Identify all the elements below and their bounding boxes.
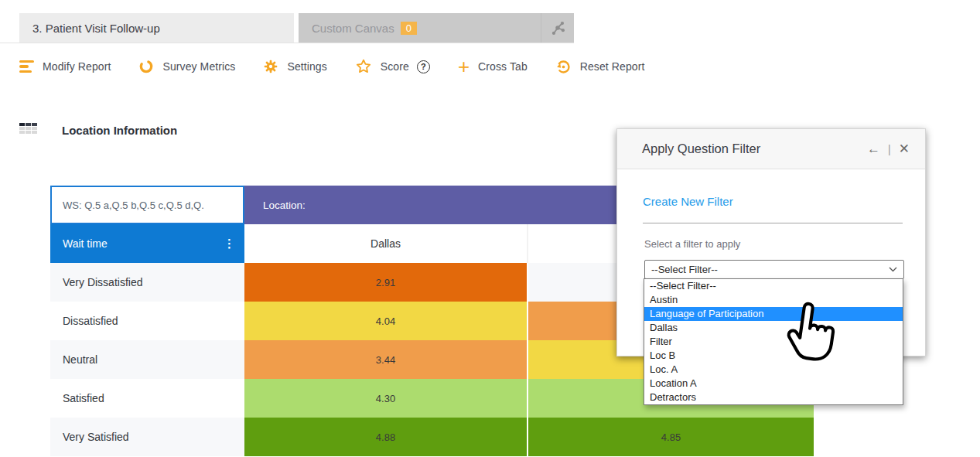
close-icon[interactable]: ✕ [899, 141, 910, 157]
hamburger-icon [19, 60, 34, 73]
value-cell: 2.91 [244, 263, 527, 302]
modify-report-button[interactable]: Modify Report [19, 60, 111, 73]
tab-custom-canvas-group: Custom Canvas 0 [299, 13, 574, 43]
modal-header: Apply Question Filter ← | ✕ [617, 129, 925, 169]
filter-select-value: --Select Filter-- [651, 264, 718, 275]
chevron-down-icon [889, 267, 897, 272]
cross-tab-button[interactable]: + Cross Tab [458, 60, 528, 73]
row-label: Satisfied [50, 379, 244, 418]
modal-title: Apply Question Filter [642, 142, 867, 156]
filter-option[interactable]: Loc B [644, 349, 903, 363]
row-label: Neutral [50, 340, 244, 379]
survey-metrics-label: Survey Metrics [162, 60, 235, 73]
canvas-options-button[interactable] [541, 13, 574, 43]
filter-options-list: --Select Filter-- Austin Language of Par… [644, 278, 903, 405]
value-cell: 4.30 [244, 379, 527, 418]
question-icon[interactable]: ? [417, 60, 430, 73]
survey-metrics-button[interactable]: Survey Metrics [138, 59, 235, 74]
filter-select[interactable]: --Select Filter-- [644, 260, 904, 279]
tab-label: Custom Canvas [312, 22, 394, 35]
row-question-label: Wait time [63, 237, 108, 250]
page-title: Location Information [62, 124, 177, 137]
molecule-icon [549, 19, 566, 36]
kebab-menu-icon[interactable]: ⋮ [224, 237, 235, 251]
filter-option[interactable]: Loc. A [644, 363, 903, 377]
row-label: Very Satisfied [50, 418, 244, 456]
score-label: Score [381, 60, 409, 73]
tab-custom-canvas[interactable]: Custom Canvas 0 [299, 13, 541, 43]
star-icon [355, 58, 372, 75]
tab-label: 3. Patient Visit Follow-up [32, 22, 160, 35]
canvas-count-badge: 0 [401, 22, 417, 35]
row-label: Dissatisfied [50, 302, 244, 340]
filter-option[interactable]: Austin [644, 293, 903, 307]
table-widget-icon [19, 123, 37, 135]
filter-option[interactable]: Filter [644, 335, 903, 349]
score-button[interactable]: Score ? [355, 58, 430, 75]
filter-option[interactable]: --Select Filter-- [644, 279, 903, 293]
reset-icon [555, 59, 572, 75]
row-question-cell[interactable]: Wait time ⋮ [50, 224, 244, 263]
value-cell: 4.88 [244, 418, 527, 456]
back-icon[interactable]: ← [867, 142, 880, 157]
reset-report-button[interactable]: Reset Report [555, 59, 645, 75]
column-header-dallas[interactable]: Dallas [244, 224, 527, 263]
tab-patient-visit-follow-up[interactable]: 3. Patient Visit Follow-up [19, 13, 294, 43]
row-label: Very Dissatisfied [50, 263, 244, 302]
settings-button[interactable]: Settings [263, 59, 326, 74]
corner-header-cell[interactable]: WS: Q.5 a,Q.5 b,Q.5 c,Q.5 d,Q. [50, 186, 244, 224]
report-toolbar: Modify Report Survey Metrics Settings [19, 55, 644, 78]
icon-separator: | [888, 143, 891, 155]
filter-option-highlighted[interactable]: Language of Participation [644, 307, 903, 321]
select-filter-label: Select a filter to apply [644, 238, 740, 250]
modal-divider [643, 223, 903, 223]
value-cell: 4.85 [527, 418, 814, 456]
value-cell: 3.44 [244, 340, 527, 379]
settings-label: Settings [287, 60, 326, 73]
tab-bar: 3. Patient Visit Follow-up Custom Canvas… [19, 13, 574, 43]
table-row: Very Satisfied 4.88 4.85 [50, 418, 814, 456]
reset-report-label: Reset Report [580, 60, 645, 73]
filter-option[interactable]: Location A [644, 377, 903, 390]
value-cell: 4.04 [244, 302, 527, 340]
filter-option[interactable]: Detractors [644, 390, 903, 404]
ring-icon [138, 59, 154, 74]
modify-report-label: Modify Report [43, 60, 111, 73]
plus-icon: + [458, 60, 470, 73]
cross-tab-label: Cross Tab [478, 60, 528, 73]
tabbar-underline [0, 43, 574, 43]
create-new-filter-link[interactable]: Create New Filter [643, 195, 733, 208]
gear-icon [263, 59, 278, 74]
filter-option[interactable]: Dallas [644, 321, 903, 335]
